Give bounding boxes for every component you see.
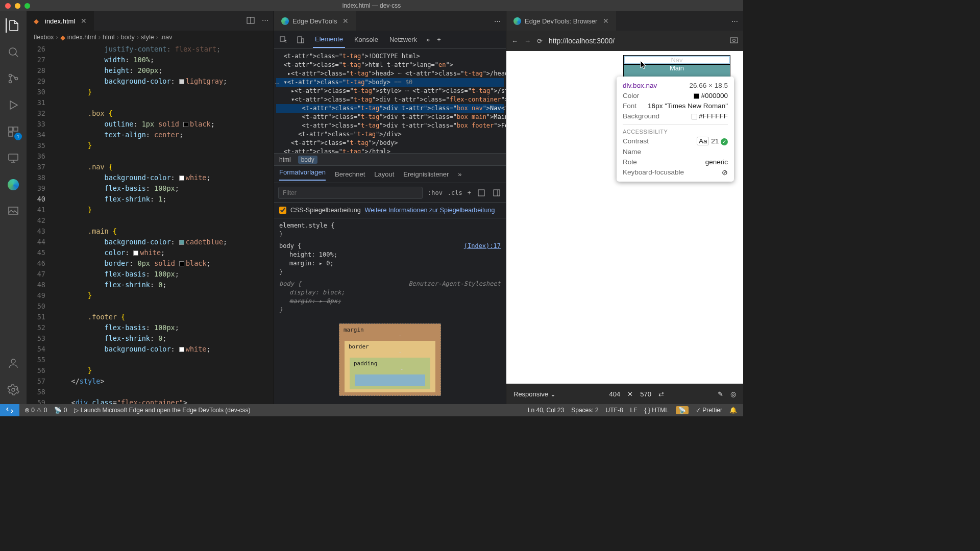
dom-breadcrumb[interactable]: html body (274, 154, 506, 166)
color-picker-icon[interactable]: ✎ (718, 390, 723, 398)
add-tab-icon[interactable]: + (437, 36, 441, 43)
indent-setting[interactable]: Spaces: 2 (571, 407, 598, 414)
rotate-icon[interactable]: ⇄ (658, 390, 664, 398)
mirror-checkbox[interactable] (279, 207, 286, 214)
preview-canvas[interactable]: Nav Main Footer div.box.nav26.66 × 18.5 … (506, 51, 743, 384)
devtools-toolbar: Elemente Konsole Netzwerk » + (274, 31, 506, 49)
image-icon[interactable] (6, 204, 20, 218)
run-debug-icon[interactable] (6, 98, 20, 112)
tab-styles[interactable]: Formatvorlagen (279, 168, 326, 181)
more-tabs-icon[interactable]: » (426, 36, 430, 43)
more-icon[interactable]: ⋯ (262, 16, 268, 26)
tab-index-html[interactable]: ◆ index.html ✕ (27, 11, 94, 31)
add-rule-icon[interactable]: + (468, 189, 471, 196)
edge-icon (513, 17, 521, 25)
svg-rect-15 (478, 190, 484, 196)
browser-tab-row: Edge DevTools: Browser ✕ ⋯ (506, 11, 743, 31)
tab-console[interactable]: Konsole (352, 32, 380, 47)
responsive-dropdown[interactable]: Responsive ⌄ (513, 390, 556, 398)
svg-rect-16 (494, 190, 500, 196)
eol[interactable]: LF (630, 407, 638, 414)
computed-toggle-icon[interactable] (476, 188, 486, 198)
prettier-status[interactable]: ✓ Prettier (696, 407, 722, 414)
more-icon[interactable]: ⋯ (731, 17, 738, 25)
go-live-icon[interactable]: 📡 (676, 406, 689, 414)
close-icon[interactable]: ✕ (603, 17, 609, 25)
tab-network[interactable]: Netzwerk (387, 32, 419, 47)
port-forward[interactable]: 📡 0 (54, 407, 67, 414)
remote-button[interactable] (0, 404, 19, 416)
mirror-label: CSS-Spiegelbearbeitung (290, 207, 361, 214)
browser-panel: Edge DevTools: Browser ✕ ⋯ ← → ⟳ Nav Mai… (506, 11, 743, 404)
more-icon[interactable]: » (458, 170, 461, 178)
notifications-icon[interactable]: 🔔 (729, 407, 737, 414)
more-icon[interactable]: ⋯ (494, 17, 501, 25)
language-mode[interactable]: { } HTML (645, 407, 669, 414)
encoding[interactable]: UTF-8 (606, 407, 623, 414)
cursor-position[interactable]: Ln 40, Col 23 (528, 407, 564, 414)
errors-count[interactable]: ⊗ 0 ⚠ 0 (24, 407, 47, 414)
url-bar: ← → ⟳ (506, 31, 743, 51)
viewport-width[interactable]: 404 (609, 390, 621, 398)
svg-rect-14 (302, 39, 304, 43)
devtools-tab-row: Edge DevTools ✕ ⋯ (274, 11, 506, 31)
tab-layout[interactable]: Layout (374, 170, 394, 178)
window-minimize[interactable] (15, 3, 20, 9)
svg-rect-8 (9, 207, 18, 214)
remote-icon[interactable] (6, 151, 20, 165)
tab-computed[interactable]: Berechnet (335, 170, 365, 178)
editor-tabs: ◆ index.html ✕ ⋯ (27, 11, 274, 31)
source-control-icon[interactable] (6, 71, 20, 86)
svg-point-0 (9, 48, 16, 55)
panel-toggle-icon[interactable] (492, 188, 502, 198)
device-toggle-icon[interactable] (296, 35, 306, 45)
box-model[interactable]: margin- border- padding- (339, 323, 441, 396)
inspect-element-icon[interactable] (278, 35, 288, 45)
svg-point-1 (9, 74, 12, 77)
editor-code: ◆ index.html ✕ ⋯ flexbox› ◆index.html› h… (27, 11, 274, 404)
edge-tools-icon[interactable] (6, 178, 20, 192)
cls-button[interactable]: .cls (448, 189, 462, 196)
reload-icon[interactable]: ⟳ (537, 37, 543, 45)
activity-bar (0, 11, 27, 404)
url-input[interactable] (549, 37, 724, 45)
tab-devtools[interactable]: Edge DevTools ✕ (274, 11, 356, 31)
svg-rect-13 (298, 37, 302, 43)
target-icon[interactable]: ◎ (730, 390, 736, 398)
tab-browser[interactable]: Edge DevTools: Browser ✕ (506, 11, 616, 31)
extensions-icon[interactable] (6, 124, 20, 139)
hov-button[interactable]: :hov (428, 189, 443, 196)
nav-forward-icon[interactable]: → (524, 37, 531, 45)
tab-listeners[interactable]: Ereignislistener (403, 170, 449, 178)
edge-icon (281, 17, 289, 25)
tab-elements[interactable]: Elemente (313, 31, 345, 48)
nav-back-icon[interactable]: ← (511, 37, 518, 45)
tab-label: Edge DevTools: Browser (525, 17, 597, 25)
responsive-bar: Responsive ⌄ 404 ✕ 570 ⇄ ✎ ◎ (506, 384, 743, 404)
viewport-height[interactable]: 570 (640, 390, 651, 398)
styles-body[interactable]: element.style { } body {(Index):17 heigh… (274, 218, 506, 404)
cursor-icon (640, 60, 647, 70)
filter-input[interactable] (278, 187, 423, 199)
svg-rect-6 (9, 132, 13, 136)
dom-tree[interactable]: ⋯ <t-attr">class="t-tag">!DOCTYPE html> … (274, 49, 506, 154)
tab-label: Edge DevTools (292, 17, 337, 25)
explorer-icon[interactable] (6, 18, 20, 33)
breadcrumb[interactable]: flexbox› ◆index.html› html› body› style›… (27, 31, 274, 44)
svg-rect-17 (730, 38, 738, 43)
close-icon[interactable]: ✕ (81, 17, 87, 25)
settings-icon[interactable] (6, 383, 20, 397)
split-editor-icon[interactable] (247, 16, 255, 26)
window-close[interactable] (5, 3, 11, 9)
screenshot-icon[interactable] (730, 36, 738, 46)
launch-edge-button[interactable]: ▷ Launch Microsoft Edge and open the Edg… (74, 407, 250, 414)
inspector-tooltip: div.box.nav26.66 × 18.5 Color#000000 Fon… (617, 77, 734, 182)
css-mirror-row: CSS-Spiegelbearbeitung Weitere Informati… (274, 203, 506, 218)
account-icon[interactable] (6, 356, 20, 370)
search-icon[interactable] (6, 45, 20, 59)
window-maximize[interactable] (24, 3, 30, 9)
not-focusable-icon: ⊘ (722, 168, 728, 177)
mirror-info-link[interactable]: Weitere Informationen zur Spiegelbearbei… (365, 207, 495, 214)
close-icon[interactable]: ✕ (342, 17, 349, 25)
code-editor[interactable]: 2627282930313233343536373839404142434445… (27, 44, 274, 404)
